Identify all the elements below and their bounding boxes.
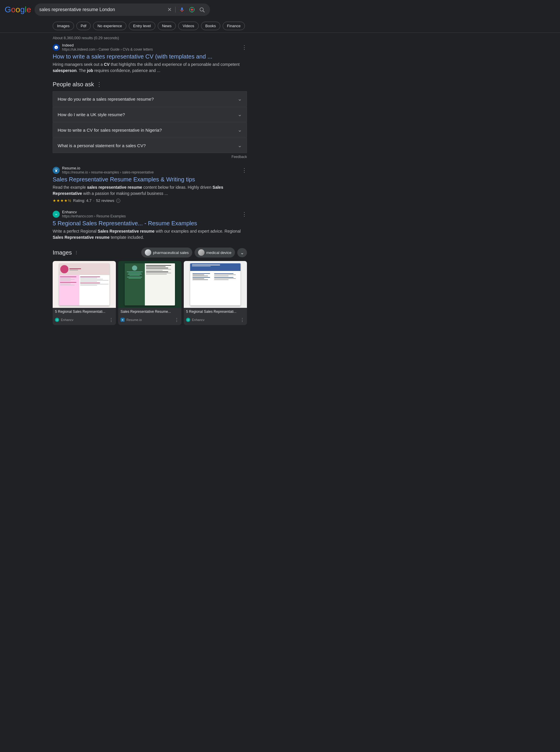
- enhancv-result-link[interactable]: 5 Regional Sales Representative... - Res…: [53, 219, 247, 227]
- image-source-3: ∞ Enhancv ⋮: [184, 316, 247, 325]
- paa-chevron-2: ⌄: [238, 111, 242, 118]
- search-input[interactable]: sales representative resume London: [39, 7, 164, 12]
- chip-entry-level[interactable]: Entry level: [129, 22, 155, 30]
- people-also-ask-section: People also ask ⋮ How do you write a sal…: [53, 81, 247, 159]
- chip-images[interactable]: Images: [53, 22, 74, 30]
- paa-question-4: What is a personal statement for a sales…: [58, 143, 146, 148]
- result-resumeio: Resume.io https://resume.io › resume-exa…: [53, 166, 247, 203]
- image-source-favicon-2: R: [121, 318, 125, 322]
- feedback-link[interactable]: Feedback: [53, 155, 247, 159]
- images-header: Images ⋮ pharmaceutical sales medical de…: [53, 248, 247, 257]
- indeed-result-title[interactable]: How to write a sales representative CV (…: [53, 53, 247, 60]
- search-bar: sales representative resume London ✕: [35, 3, 210, 16]
- indeed-result-link[interactable]: How to write a sales representative CV (…: [53, 53, 247, 60]
- result-source-indeed: i Indeed https://uk.indeed.com › Career …: [53, 43, 247, 52]
- svg-point-7: [55, 170, 57, 172]
- resumeio-rating-row: ★★★★½ Rating: 4.7 · 52 reviews i: [53, 198, 247, 203]
- image-source-name-2: Resume.io: [126, 318, 142, 321]
- image-thumb-3: [184, 261, 247, 308]
- result-indeed: i Indeed https://uk.indeed.com › Career …: [53, 43, 247, 74]
- image-filter-chips: pharmaceutical sales medical device ⌄: [141, 248, 247, 257]
- result-source-enhancv: ∞ Enhancv https://enhancv.com › Resume E…: [53, 210, 247, 218]
- images-options-button[interactable]: ⋮: [74, 250, 78, 255]
- chip-news[interactable]: News: [158, 22, 176, 30]
- indeed-favicon: i: [53, 44, 60, 51]
- chips-expand-button[interactable]: ⌄: [237, 248, 247, 257]
- image-more-1[interactable]: ⋮: [109, 317, 114, 323]
- pharma-chip-avatar: [145, 249, 151, 256]
- paa-options-button[interactable]: ⋮: [96, 81, 102, 88]
- chip-pdf[interactable]: Pdf: [76, 22, 91, 30]
- medical-chip-label: medical device: [206, 251, 232, 255]
- enhancv-result-title[interactable]: 5 Regional Sales Representative... - Res…: [53, 219, 247, 227]
- image-thumb-2: [118, 261, 181, 308]
- chip-videos[interactable]: Videos: [178, 22, 199, 30]
- paa-question-1: How do you write a sales representative …: [58, 97, 154, 101]
- image-card-2[interactable]: Sales Representative Resume... R Resume.…: [118, 261, 181, 325]
- image-card-3[interactable]: 5 Regional Sales Representati... ∞ Enhan…: [184, 261, 247, 325]
- paa-header: People also ask ⋮: [53, 81, 247, 88]
- medical-chip-avatar: [198, 249, 204, 256]
- result-site-info-resumeio: Resume.io https://resume.io › resume-exa…: [62, 166, 154, 174]
- pharma-chip-label: pharmaceutical sales: [153, 251, 189, 255]
- image-caption-2: Sales Representative Resume...: [118, 308, 181, 316]
- image-caption-1: 5 Regional Sales Representati...: [53, 308, 116, 316]
- paa-item-3[interactable]: How to write a CV for sales representati…: [53, 122, 247, 138]
- resumeio-dot: ·: [93, 198, 95, 203]
- indeed-snippet: Hiring managers seek out a CV that highl…: [53, 61, 247, 74]
- resumeio-result-link[interactable]: Sales Representative Resume Examples & W…: [53, 176, 247, 183]
- svg-text:i: i: [56, 46, 57, 49]
- chip-no-experience[interactable]: No experience: [93, 22, 126, 30]
- paa-item-1[interactable]: How do you write a sales representative …: [53, 91, 247, 106]
- enhancv-snippet: Write a perfect Regional Sales Represent…: [53, 228, 247, 240]
- image-source-name-3: Enhancv: [192, 318, 204, 321]
- paa-title: People also ask: [53, 81, 94, 88]
- paa-item-4[interactable]: What is a personal statement for a sales…: [53, 138, 247, 153]
- images-section: Images ⋮ pharmaceutical sales medical de…: [53, 248, 247, 325]
- paa-question-3: How to write a CV for sales representati…: [58, 127, 162, 133]
- resumeio-url: https://resume.io › resume-examples › sa…: [62, 170, 154, 174]
- result-source-resumeio: Resume.io https://resume.io › resume-exa…: [53, 166, 247, 174]
- image-source-1: ∞ Enhancv ⋮: [53, 316, 116, 325]
- search-icons: ✕: [167, 6, 205, 14]
- filter-bar: Images Pdf No experience Entry level New…: [0, 19, 560, 33]
- svg-point-1: [191, 9, 193, 11]
- header: Google sales representative resume Londo…: [0, 0, 560, 19]
- image-source-favicon-3: ∞: [186, 318, 190, 322]
- medical-chip[interactable]: medical device: [195, 248, 235, 257]
- google-search-button[interactable]: [198, 6, 205, 13]
- resumeio-reviews: 52 reviews: [96, 198, 114, 203]
- image-grid: 5 Regional Sales Representati... ∞ Enhan…: [53, 261, 247, 325]
- clear-search-button[interactable]: ✕: [167, 6, 172, 14]
- image-source-name-1: Enhancv: [61, 318, 74, 321]
- image-caption-3: 5 Regional Sales Representati...: [184, 308, 247, 316]
- resumeio-result-title[interactable]: Sales Representative Resume Examples & W…: [53, 176, 247, 183]
- chip-finance[interactable]: Finance: [223, 22, 245, 30]
- enhancv-site-name: Enhancv: [62, 210, 126, 214]
- lens-button[interactable]: [188, 6, 196, 13]
- resumeio-more-menu[interactable]: ⋮: [242, 167, 247, 174]
- image-source-2: R Resume.io ⋮: [118, 316, 181, 325]
- enhancv-more-menu[interactable]: ⋮: [242, 211, 247, 217]
- paa-question-2: How do I write a UK style resume?: [58, 112, 125, 117]
- paa-item-2[interactable]: How do I write a UK style resume? ⌄: [53, 107, 247, 122]
- resumeio-site-name: Resume.io: [62, 166, 154, 170]
- chip-books[interactable]: Books: [201, 22, 220, 30]
- enhancv-url: https://enhancv.com › Resume Examples: [62, 214, 126, 218]
- resumeio-info-icon: i: [116, 199, 120, 203]
- svg-text:∞: ∞: [55, 213, 57, 216]
- main-content: i Indeed https://uk.indeed.com › Career …: [0, 43, 252, 325]
- svg-point-10: [63, 266, 66, 270]
- indeed-more-menu[interactable]: ⋮: [242, 44, 247, 51]
- image-more-2[interactable]: ⋮: [174, 317, 179, 323]
- resumeio-stars: ★★★★½: [53, 198, 72, 203]
- pharma-chip[interactable]: pharmaceutical sales: [141, 248, 192, 257]
- image-card-1[interactable]: 5 Regional Sales Representati... ∞ Enhan…: [53, 261, 116, 325]
- resumeio-snippet: Read the example sales representative re…: [53, 184, 247, 197]
- enhancv-favicon: ∞: [53, 211, 60, 218]
- image-more-3[interactable]: ⋮: [240, 317, 245, 323]
- results-count: About 8,360,000 results (0.29 seconds): [0, 33, 560, 43]
- voice-search-button[interactable]: [178, 6, 185, 13]
- result-site-info-indeed: Indeed https://uk.indeed.com › Career Gu…: [62, 43, 153, 52]
- search-divider: [175, 7, 176, 13]
